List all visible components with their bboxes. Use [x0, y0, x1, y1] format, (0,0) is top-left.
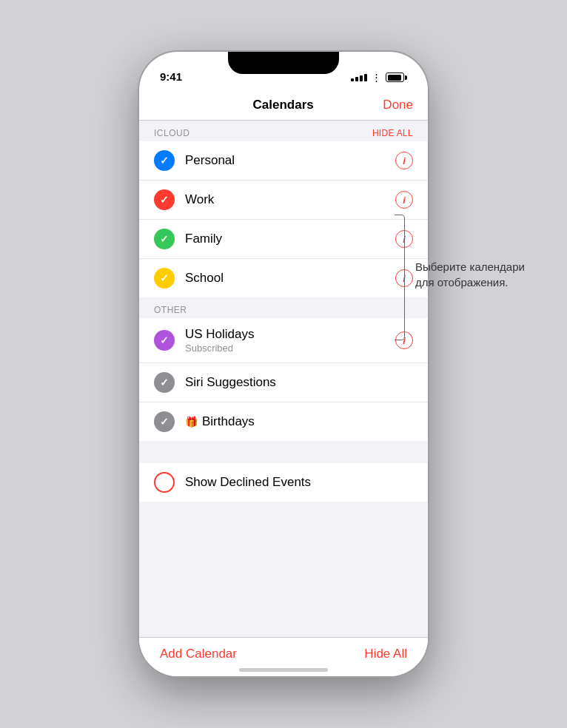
notch [228, 52, 339, 74]
gift-icon: 🎁 [185, 416, 198, 428]
add-calendar-button[interactable]: Add Calendar [160, 647, 237, 661]
declined-checkmark-empty [154, 472, 175, 493]
home-indicator [239, 668, 328, 672]
list-item[interactable]: ✓ 🎁 Birthdays [139, 402, 428, 441]
status-icons: ⋮ [351, 72, 407, 83]
other-section-header: OTHER [139, 297, 428, 318]
personal-info-icon[interactable]: i [395, 152, 413, 169]
birthdays-label: Birthdays [202, 414, 255, 429]
siri-label: Siri Suggestions [185, 375, 276, 389]
personal-label: Personal [185, 153, 235, 167]
list-item[interactable]: ✓ Family i [139, 220, 428, 259]
bottom-spacer [139, 502, 428, 613]
done-button[interactable]: Done [383, 98, 413, 112]
hide-all-button[interactable]: Hide All [364, 647, 407, 661]
section-gap-1 [139, 441, 428, 463]
scene: 9:41 ⋮ [0, 0, 567, 728]
siri-checkmark: ✓ [154, 372, 175, 393]
nav-bar: Calendars Done [139, 89, 428, 121]
battery-icon [386, 73, 407, 82]
list-item[interactable]: ✓ US Holidays Subscribed i [139, 318, 428, 363]
work-checkmark: ✓ [154, 189, 175, 210]
wifi-icon: ⋮ [372, 72, 381, 83]
list-item[interactable]: ✓ Personal i [139, 141, 428, 181]
show-declined-label: Show Declined Events [185, 475, 311, 489]
callout-bracket [395, 215, 405, 340]
nav-title: Calendars [253, 98, 314, 112]
school-label: School [185, 271, 224, 285]
family-checkmark: ✓ [154, 229, 175, 249]
phone-frame: 9:41 ⋮ [139, 52, 428, 676]
list-item-show-declined[interactable]: Show Declined Events [139, 463, 428, 502]
school-checkmark: ✓ [154, 268, 175, 289]
list-item[interactable]: ✓ School i [139, 259, 428, 297]
work-info-icon[interactable]: i [395, 191, 413, 209]
icloud-section-header: ICLOUD HIDE ALL [139, 121, 428, 141]
callout: Выберите календари для отображения. [395, 215, 526, 340]
list-item[interactable]: ✓ Siri Suggestions [139, 363, 428, 402]
birthdays-checkmark: ✓ [154, 411, 175, 432]
us-holidays-sub: Subscribed [185, 343, 395, 354]
us-holidays-checkmark: ✓ [154, 330, 175, 351]
personal-checkmark: ✓ [154, 150, 175, 171]
list-item[interactable]: ✓ Work i [139, 181, 428, 220]
status-time: 9:41 [160, 70, 182, 83]
us-holidays-label: US Holidays [185, 327, 395, 342]
icloud-label: ICLOUD [154, 128, 189, 138]
signal-icon [351, 74, 367, 81]
family-label: Family [185, 232, 222, 246]
icloud-list: ✓ Personal i ✓ Work i ✓ [139, 141, 428, 297]
callout-text: Выберите календари для отображения. [415, 259, 526, 290]
phone-content: Calendars Done ICLOUD HIDE ALL ✓ Persona… [139, 89, 428, 676]
icloud-hide-all-button[interactable]: HIDE ALL [372, 128, 413, 138]
declined-list: Show Declined Events [139, 463, 428, 502]
other-list: ✓ US Holidays Subscribed i ✓ Siri Sugges… [139, 318, 428, 441]
work-label: Work [185, 192, 214, 206]
other-label: OTHER [154, 305, 187, 315]
